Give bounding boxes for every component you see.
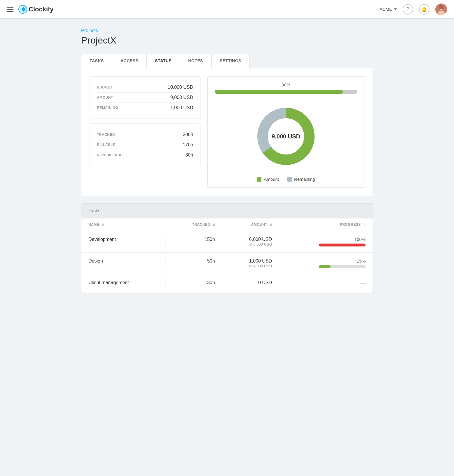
progress-percentage: 90% (215, 82, 357, 87)
logo-text: Clockify (29, 6, 54, 13)
page-title: ProjectX (81, 35, 373, 46)
non-billable-row: NON-BILLABLE 30h (97, 150, 193, 160)
tracked-label: TRACKED (97, 133, 115, 137)
status-panel: BUDGET 10,000 USD AMOUNT 9,000 USD REMAI… (81, 68, 373, 196)
breadcrumb[interactable]: Projects (81, 28, 373, 33)
donut-center-text: 9,000 USD (272, 133, 300, 140)
non-billable-value: 30h (185, 152, 193, 158)
task-progress-track (319, 244, 366, 246)
sort-name-icon[interactable]: ⇅ (102, 223, 104, 226)
tracked-card: TRACKED 200h BILLABLE 170h NON-BILLABLE … (90, 124, 200, 166)
tracked-row: TRACKED 200h (97, 130, 193, 140)
tasks-section: Tasks NAME ⇅ TRACKED ⇅ AMOUNT ⇅ (81, 203, 373, 293)
task-progress-cell: 25% (279, 253, 373, 274)
billable-value: 170h (183, 142, 193, 147)
stats-left: BUDGET 10,000 USD AMOUNT 9,000 USD REMAI… (90, 76, 200, 188)
task-name-cell: Client management (81, 274, 165, 293)
sort-tracked-icon[interactable]: ⇅ (213, 223, 215, 226)
budget-label: BUDGET (97, 85, 113, 89)
tab-settings[interactable]: SETTINGS (212, 54, 250, 68)
budget-value: 10,000 USD (168, 85, 193, 90)
task-progress-fill (319, 265, 331, 268)
task-amount-main: 6,000 USD (229, 237, 272, 242)
menu-button[interactable] (7, 7, 13, 12)
progress-bar-fill (215, 90, 343, 94)
legend-remaining-dot (287, 177, 292, 182)
tab-tasks[interactable]: TASKS (81, 54, 112, 68)
task-progress-fill (319, 244, 366, 246)
task-name: Client management (88, 280, 129, 285)
legend-amount-dot (257, 177, 261, 182)
tab-notes[interactable]: NOTES (180, 54, 212, 68)
table-row: Design50h 1,000 USD of 4,000 USD 25% (81, 253, 373, 274)
remaining-value: 1,000 USD (170, 105, 193, 110)
table-row: Development150h 6,000 USD of 6,000 USD 1… (81, 231, 373, 253)
amount-row: AMOUNT 9,000 USD (97, 93, 193, 103)
billable-label: BILLABLE (97, 143, 115, 147)
task-name: Design (88, 258, 103, 263)
svg-point-6 (439, 5, 443, 9)
table-header-row: NAME ⇅ TRACKED ⇅ AMOUNT ⇅ PROGRESS ⇅ (81, 218, 373, 231)
task-name-cell: Development (81, 231, 165, 253)
legend-amount: Amount (257, 177, 279, 182)
task-tracked: 150h (205, 237, 215, 242)
amount-label: AMOUNT (97, 95, 113, 100)
task-tracked-cell: 50h (165, 253, 222, 274)
legend-remaining-label: Remaining (294, 177, 315, 182)
col-progress: PROGRESS ⇅ (279, 218, 373, 231)
tab-access[interactable]: ACCESS (112, 54, 147, 68)
main-content: Projects ProjectX TASKS ACCESS STATUS NO… (69, 19, 385, 302)
non-billable-label: NON-BILLABLE (97, 153, 125, 157)
amount-value: 9,000 USD (170, 95, 193, 100)
notification-button[interactable]: 🔔 (419, 4, 429, 15)
chart-legend: Amount Remaining (257, 177, 315, 182)
budget-row: BUDGET 10,000 USD (97, 82, 193, 93)
chevron-down-icon (394, 8, 397, 10)
progress-bar-track (215, 90, 357, 94)
workspace-selector[interactable]: ACME (380, 7, 397, 12)
sort-progress-icon[interactable]: ⇅ (363, 223, 366, 226)
task-progress-dash: — (360, 280, 366, 286)
table-row: Client management30h 0 USD — (81, 274, 373, 293)
task-amount-sub: of 4,000 USD (229, 264, 272, 268)
help-button[interactable]: ? (403, 4, 413, 15)
tasks-table: NAME ⇅ TRACKED ⇅ AMOUNT ⇅ PROGRESS ⇅ (81, 218, 373, 293)
task-progress-pct: 25% (286, 258, 366, 263)
billable-row: BILLABLE 170h (97, 140, 193, 150)
task-progress-cell: 100% (279, 231, 373, 253)
task-amount-main: 1,000 USD (229, 258, 272, 264)
budget-card: BUDGET 10,000 USD AMOUNT 9,000 USD REMAI… (90, 76, 200, 119)
col-name: NAME ⇅ (81, 218, 165, 231)
progress-bar-wrapper: 90% (215, 82, 357, 94)
status-grid: BUDGET 10,000 USD AMOUNT 9,000 USD REMAI… (90, 76, 364, 188)
task-tracked: 30h (207, 280, 215, 285)
remaining-row: REMAINING 1,000 USD (97, 103, 193, 113)
task-tracked-cell: 30h (165, 274, 222, 293)
logo[interactable]: Clockify (18, 5, 54, 14)
task-tracked-cell: 150h (165, 231, 222, 253)
donut-chart: 9,000 USD (254, 104, 318, 168)
clockify-logo-icon (18, 5, 27, 14)
sort-amount-icon[interactable]: ⇅ (270, 223, 272, 226)
tasks-section-header: Tasks (81, 204, 373, 218)
tab-bar: TASKS ACCESS STATUS NOTES SETTINGS (81, 54, 373, 68)
header-actions: ACME ? 🔔 (380, 4, 447, 15)
user-avatar-icon (435, 4, 447, 15)
task-progress-pct: 100% (286, 237, 366, 242)
task-amount-cell: 1,000 USD of 4,000 USD (222, 253, 279, 274)
legend-remaining: Remaining (287, 177, 315, 182)
tab-status[interactable]: STATUS (147, 54, 180, 68)
task-amount-main: 0 USD (229, 280, 272, 285)
col-tracked: TRACKED ⇅ (165, 218, 222, 231)
task-tracked: 50h (207, 258, 215, 263)
legend-amount-label: Amount (264, 177, 279, 182)
app-header: Clockify ACME ? 🔔 (0, 0, 454, 19)
avatar[interactable] (435, 4, 447, 15)
task-name-cell: Design (81, 253, 165, 274)
task-name: Development (88, 237, 116, 242)
help-icon: ? (407, 7, 409, 12)
col-amount: AMOUNT ⇅ (222, 218, 279, 231)
chart-area: 90% (207, 76, 364, 188)
svg-point-2 (22, 8, 24, 11)
remaining-label: REMAINING (97, 106, 118, 110)
